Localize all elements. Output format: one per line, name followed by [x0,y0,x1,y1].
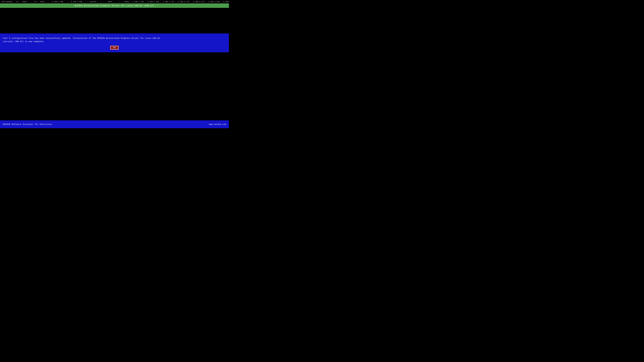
dialog-message-line1: Your X configuration file has been succe… [3,37,160,39]
tab-ip-181-2[interactable]: …2.168.2.181 [146,0,160,3]
ok-button[interactable]: OK [110,46,119,49]
tab-ip-184[interactable]: …2.168.2.184 [206,0,221,3]
status-bar-right: www.nvidia.com [209,123,226,125]
dialog-box: Your X configuration file has been succe… [0,33,229,52]
dialog-buttons: OK [3,46,226,49]
tab-ip-172[interactable]: …2.168.2.172 [176,0,191,3]
tab-ellipsis-5[interactable]: … [114,0,117,3]
tab-bash-home[interactable]: :~ — -bash [117,0,130,3]
tab-ellipsis-1[interactable]: … [28,0,32,3]
tab-spyder[interactable]: /bin/spyder [0,0,14,3]
tab-ellipsis-3[interactable]: … [65,0,68,3]
title-bar-text: NVIDIA Accelerated Graphics Driver for L… [74,4,154,7]
tab-python[interactable]: — — -python [84,0,98,3]
tab-bash-3[interactable]: — — -bash [102,0,113,3]
tab-bar: /bin/spyder …et — -bash … …zo — -bash … … [0,0,229,3]
title-bar: NVIDIA Accelerated Graphics Driver for L… [0,3,229,8]
tab-ellipsis-2[interactable]: … [46,0,50,3]
tab-ellipsis-4[interactable]: … [98,0,102,3]
tab-bash-1[interactable]: …et — -bash [14,0,28,3]
tab-ip-171[interactable]: …2.168.2.171 [160,0,176,3]
tab-ip-174[interactable]: …2.168.2.174 [191,0,206,3]
status-bar: NVIDIA Software Installer for Unix/Linux… [0,120,229,128]
tab-ip-160-2[interactable]: …2.168.2.160 [68,0,84,3]
dialog-message: Your X configuration file has been succe… [3,37,226,43]
status-bar-left: NVIDIA Software Installer for Unix/Linux [3,123,52,125]
tab-ip-187[interactable]: …2.168.2.187 [221,0,229,3]
main-area: Your X configuration file has been succe… [0,8,229,120]
tab-ip-160-1[interactable]: …2.168.2.160 [50,0,65,3]
dialog-message-line2: (version: 390.67) is now complete. [3,40,44,43]
tab-bash-2[interactable]: …zo — -bash [32,0,46,3]
tab-ip-181-1[interactable]: …2.168.2.181 [130,0,145,3]
